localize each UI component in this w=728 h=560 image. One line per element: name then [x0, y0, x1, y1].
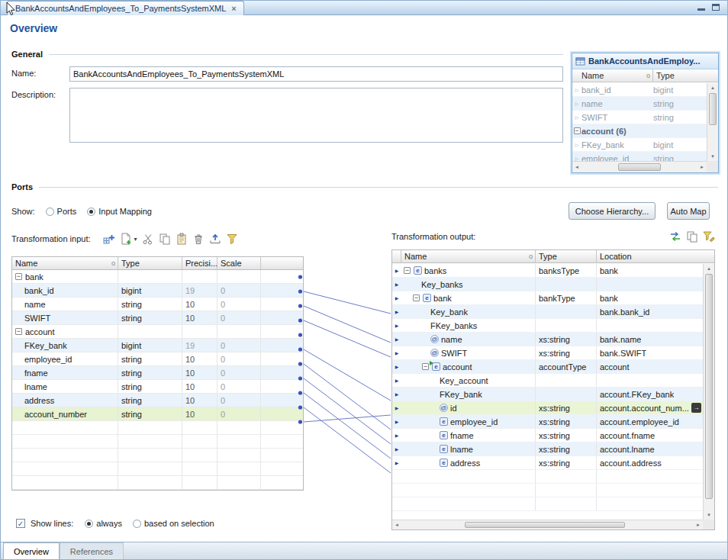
output-horizontal-scrollbar[interactable]: ◄ ►	[392, 520, 703, 529]
copy-icon[interactable]	[159, 233, 171, 245]
collapse-icon[interactable]: −	[15, 328, 22, 335]
output-port-row[interactable]: ▶−eaccountaccountTypeaccount	[392, 360, 703, 374]
preview-row[interactable]: −account (6)	[572, 124, 707, 138]
output-port-row[interactable]: ▶Key_banks	[392, 278, 703, 291]
expand-arrow-icon[interactable]: ▷	[572, 101, 581, 106]
output-port-row[interactable]: ▶@idxs:stringaccount.account_num...→	[392, 401, 703, 415]
cut-icon[interactable]	[142, 233, 154, 245]
input-port-row[interactable]: FKey_bankbigint190	[12, 339, 303, 352]
minimize-icon[interactable]	[697, 4, 705, 11]
preview-col-type[interactable]: Type	[653, 69, 718, 82]
copy-icon[interactable]	[686, 230, 698, 243]
output-port-row[interactable]: ▶−ebanksbanksTypebank	[392, 264, 703, 278]
header-name[interactable]: Name o	[12, 257, 118, 269]
header-precision[interactable]: Precisi...	[182, 257, 217, 269]
output-vertical-scrollbar[interactable]: ▲ ▼	[703, 264, 714, 520]
preview-vertical-scrollbar[interactable]: ▲ ▼	[707, 83, 718, 161]
delete-icon[interactable]	[192, 233, 205, 245]
output-port-row[interactable]: ▶Key_account	[392, 374, 703, 388]
scrollbar-thumb[interactable]	[465, 522, 625, 528]
output-port-row[interactable]: ▶−ebankbankTypebank	[392, 291, 703, 305]
scrollbar-thumb[interactable]	[705, 274, 713, 499]
output-port-row[interactable]: ▶FKey_banks	[392, 319, 703, 333]
scrollbar-thumb[interactable]	[618, 163, 661, 171]
expand-arrow-icon[interactable]: ▷	[572, 114, 581, 120]
scroll-right-icon[interactable]: ►	[697, 162, 707, 172]
input-port-row[interactable]: account_numberstring100	[12, 407, 303, 421]
input-port-row[interactable]: −account	[12, 325, 303, 339]
tab-overview[interactable]: Overview	[3, 542, 60, 559]
input-port-row[interactable]: lnamestring100	[12, 380, 303, 394]
empty-cell	[182, 449, 217, 462]
scroll-up-icon[interactable]: ▲	[707, 83, 718, 92]
auto-map-button[interactable]: Auto Map	[667, 202, 710, 220]
output-port-row[interactable]: ▶elnamexs:stringaccount.lname	[392, 443, 703, 456]
preview-row[interactable]: ▷namestring	[572, 97, 707, 111]
output-port-row[interactable]: ▶efnamexs:stringaccount.fname	[392, 429, 703, 443]
scroll-right-icon[interactable]: ►	[694, 520, 703, 529]
scroll-down-icon[interactable]: ▼	[707, 152, 718, 161]
transformation-input-label: Transformation input:	[11, 234, 91, 243]
output-port-row[interactable]: ▶FKey_bankaccount.FKey_bank	[392, 388, 703, 401]
preview-row[interactable]: ▷employee_idstring	[572, 152, 707, 161]
output-port-row[interactable]: ▶eemployee_idxs:stringaccount.employee_i…	[392, 415, 703, 429]
ports-radio[interactable]: Ports	[46, 207, 77, 216]
filter-icon[interactable]	[226, 233, 238, 245]
scroll-left-icon[interactable]: ◄	[572, 162, 581, 172]
output-port-row[interactable]: ▶Key_bankbank.bank_id	[392, 305, 703, 319]
link-marker-icon: ▶	[392, 401, 401, 414]
collapse-icon[interactable]: −	[572, 127, 581, 134]
description-input[interactable]	[69, 88, 563, 143]
header-type[interactable]: Type	[118, 257, 182, 269]
preview-row[interactable]: ▷FKey_bankbigint	[572, 138, 707, 152]
input-port-row[interactable]: bank_idbigint190	[12, 284, 303, 298]
navigate-icon[interactable]: →	[691, 403, 701, 413]
input-port-row[interactable]: namestring100	[12, 298, 303, 311]
input-port-row[interactable]: addressstring100	[12, 394, 303, 407]
expand-arrow-icon[interactable]: ▷	[572, 156, 581, 161]
input-port-row[interactable]: employee_idstring100	[12, 352, 303, 366]
based-on-selection-radio[interactable]: based on selection	[133, 519, 214, 528]
output-port-row[interactable]: ▶@namexs:stringbank.name	[392, 333, 703, 346]
input-port-row[interactable]: −bank	[12, 270, 303, 284]
input-mapping-radio[interactable]: Input Mapping	[87, 207, 152, 216]
move-up-icon[interactable]	[209, 233, 221, 245]
port-name: bank	[25, 272, 43, 282]
scroll-down-icon[interactable]: ▼	[704, 510, 714, 520]
header-location[interactable]: Location	[597, 250, 714, 262]
name-input[interactable]	[69, 66, 563, 82]
scrollbar-thumb[interactable]	[709, 93, 717, 125]
scroll-up-icon[interactable]: ▲	[704, 264, 714, 273]
collapse-icon[interactable]: −	[422, 363, 429, 370]
input-port-row[interactable]: SWIFTstring100	[12, 311, 303, 325]
collapse-icon[interactable]: −	[413, 294, 420, 301]
edit-filter-icon[interactable]	[703, 230, 715, 243]
collapse-icon[interactable]: −	[15, 273, 22, 280]
preview-horizontal-scrollbar[interactable]: ◄ ►	[572, 161, 707, 172]
new-port-dropdown-icon[interactable]: ▾	[134, 236, 137, 243]
always-radio[interactable]: always	[85, 519, 122, 528]
header-scale[interactable]: Scale	[217, 257, 261, 269]
output-port-row[interactable]: ▶@SWIFTxs:stringbank.SWIFT	[392, 346, 703, 360]
paste-icon[interactable]	[176, 233, 188, 245]
tab-references[interactable]: References	[60, 542, 124, 559]
new-port-icon[interactable]	[120, 233, 132, 245]
input-port-row[interactable]: fnamestring100	[12, 366, 303, 380]
close-icon[interactable]: ×	[231, 4, 236, 13]
preview-row[interactable]: ▷bank_idbigint	[572, 83, 707, 97]
expand-arrow-icon[interactable]: ▷	[572, 87, 581, 92]
choose-hierarchy-button[interactable]: Choose Hierarchy...	[569, 202, 656, 220]
header-name[interactable]: Name o	[401, 250, 536, 262]
show-lines-checkbox[interactable]: ✓	[16, 519, 25, 528]
output-port-row[interactable]: ▶eaddressxs:stringaccount.address	[392, 456, 703, 470]
maximize-icon[interactable]	[712, 4, 720, 11]
preview-row[interactable]: ▷SWIFTstring	[572, 111, 707, 124]
editor-tab[interactable]: BankAccountsAndEmployees_To_PaymentsSyst…	[7, 1, 244, 15]
add-port-icon[interactable]	[103, 233, 115, 245]
scroll-left-icon[interactable]: ◄	[392, 520, 401, 529]
collapse-icon[interactable]: −	[404, 267, 411, 274]
preview-col-name[interactable]: Name o	[572, 69, 653, 82]
header-type[interactable]: Type	[536, 250, 597, 262]
expand-arrow-icon[interactable]: ▷	[572, 142, 581, 147]
map-ports-icon[interactable]	[669, 230, 681, 243]
